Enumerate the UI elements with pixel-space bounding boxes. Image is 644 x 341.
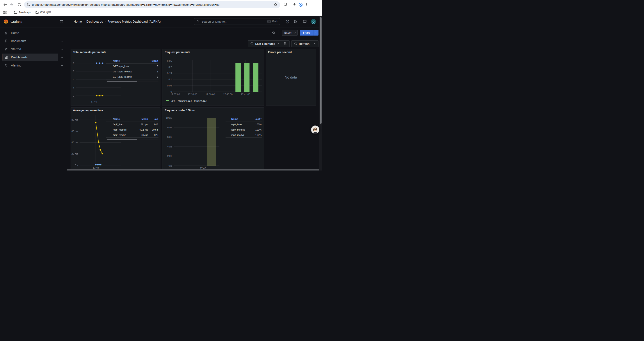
chevron-down-icon[interactable] <box>61 56 63 58</box>
bookmark-folder-freeleaps[interactable]: Freeleaps <box>12 10 33 15</box>
legend-col[interactable]: Mean <box>146 60 158 62</box>
sidebar-item-bookmarks[interactable]: Bookmarks <box>2 37 58 45</box>
url-text[interactable]: grafana.mathmast.com/d/deytv4rwavabkb/fr… <box>32 3 272 6</box>
panel-title[interactable]: Total requests per minute <box>73 51 106 54</box>
svg-text:6: 6 <box>73 62 74 65</box>
search-input[interactable]: Search or jump to... ⌘+k <box>194 18 280 25</box>
zoom-out-button[interactable] <box>281 40 290 47</box>
share-menu-button[interactable] <box>313 30 318 36</box>
svg-text:0 s: 0 s <box>75 164 78 167</box>
bookmark-star-icon[interactable] <box>274 3 278 7</box>
refresh-button[interactable]: Refresh <box>291 40 312 47</box>
scrollbar-thumb[interactable] <box>320 17 322 124</box>
svg-text:20%: 20% <box>167 155 172 157</box>
chevron-down-icon[interactable] <box>61 40 63 42</box>
series-mean: Mean: 0.233 <box>178 99 192 102</box>
sidebar-item-alerting[interactable]: Alerting <box>2 62 58 69</box>
downloads-button[interactable] <box>291 2 298 8</box>
forward-button[interactable] <box>8 2 14 8</box>
legend-row[interactable]: /api/_livez100% <box>226 122 262 127</box>
series-max: Max: 0.233 <box>194 99 207 102</box>
bookmark-folder-blog[interactable]: 收藏博客 <box>34 10 53 15</box>
legend-col[interactable]: Last * <box>250 118 262 120</box>
legend-row[interactable]: /api/_metrics40.1 ms20.5 r <box>106 127 158 132</box>
panel-requests-under-100ms[interactable]: Requests under 100ms 100%80%60%40%20%0%1… <box>162 107 264 171</box>
menu-button[interactable] <box>304 2 310 8</box>
help-button[interactable]: ? <box>284 19 290 24</box>
legend-col[interactable]: Mean <box>136 118 148 120</box>
download-icon <box>292 3 296 7</box>
legend-col[interactable]: Las <box>148 118 158 120</box>
legend-row[interactable]: GET /api/_metrics2 <box>106 69 158 74</box>
legend-row[interactable]: GET /api/_livez6 <box>106 63 158 69</box>
series-name[interactable]: GET /api/_livez <box>113 65 146 68</box>
legend-col-name[interactable]: Name <box>113 118 136 120</box>
profile-button[interactable] <box>298 2 304 8</box>
breadcrumb-item[interactable]: Home <box>74 20 82 23</box>
svg-text:0.15: 0.15 <box>167 72 172 75</box>
panel-errors-per-second[interactable]: Errors per second No data <box>266 49 316 106</box>
series-name[interactable]: /api/_metrics <box>231 128 250 131</box>
breadcrumb: Home›Dashboards›Freeleaps Metrics Dashbo… <box>74 20 161 23</box>
url-bar[interactable]: grafana.mathmast.com/d/deytv4rwavabkb/fr… <box>24 1 280 8</box>
series-name[interactable]: GET /api/_metrics <box>113 70 146 73</box>
chevron-down-icon[interactable] <box>61 48 63 50</box>
series-value: 40.1 ms <box>136 128 148 131</box>
search-placeholder: Search or jump to... <box>202 20 265 23</box>
export-button[interactable]: Export <box>282 30 298 36</box>
legend-col-name[interactable]: Name <box>231 118 250 120</box>
site-settings-icon[interactable] <box>27 3 30 6</box>
series-name[interactable]: /api/_livez <box>113 123 136 126</box>
refresh-interval-button[interactable] <box>312 40 318 47</box>
sidebar-item-dashboards[interactable]: Dashboards <box>2 54 58 61</box>
legend-scrollbar-thumb[interactable] <box>107 139 137 140</box>
panel-average-response-time[interactable]: Average response time 80 ms60 ms40 ms20 … <box>70 107 160 171</box>
legend-row[interactable]: /api/_readyz605 µs620 <box>106 132 158 137</box>
share-button[interactable]: Share <box>300 30 313 36</box>
panel-title[interactable]: Requests under 100ms <box>164 109 195 112</box>
search-shortcut: ⌘+k <box>267 20 278 23</box>
legend-scrollbar[interactable] <box>106 81 158 82</box>
sidebar-item-home[interactable]: Home <box>2 29 58 37</box>
assistant-avatar-button[interactable] <box>311 126 319 134</box>
series-name[interactable]: GET /api/_readyz <box>113 76 146 78</box>
legend[interactable]: 2xx Mean: 0.233 Max: 0.233 <box>166 99 207 102</box>
series-name[interactable]: /api/_livez <box>231 123 250 126</box>
time-range-picker[interactable]: Last 5 minutes <box>248 40 281 47</box>
news-button[interactable] <box>293 19 298 24</box>
sidebar-item-label: Dashboards <box>11 56 28 59</box>
panel-title[interactable]: Request per minute <box>164 51 190 54</box>
breadcrumb-item[interactable]: Freeleaps Metrics Dashboard (ALPHA) <box>108 20 161 23</box>
page-scrollbar[interactable] <box>319 16 322 171</box>
legend-scrollbar[interactable] <box>106 139 158 140</box>
horizontal-scrollbar[interactable] <box>67 169 322 171</box>
kebab-menu-icon <box>305 3 309 7</box>
dock-menu-icon[interactable] <box>60 20 63 24</box>
series-name[interactable]: /api/_metrics <box>113 128 136 131</box>
legend-row[interactable]: GET /api/_readyz6 <box>106 74 158 79</box>
legend-header: NameMeanLas <box>106 116 158 122</box>
sidebar-item-starred[interactable]: Starred <box>2 46 58 53</box>
reload-button[interactable] <box>16 2 22 8</box>
breadcrumb-separator: › <box>82 20 86 23</box>
extensions-button[interactable] <box>282 2 288 8</box>
panel-request-per-minute[interactable]: Request per minute 0.250.20.150.10.05017… <box>162 49 264 106</box>
svg-text:?: ? <box>287 21 288 23</box>
legend-scrollbar-thumb[interactable] <box>107 81 137 82</box>
back-button[interactable] <box>2 2 8 8</box>
breadcrumb-item[interactable]: Dashboards <box>86 20 103 23</box>
legend-col-name[interactable]: Name <box>113 60 146 62</box>
legend-row[interactable]: /api/_metrics100% <box>226 127 262 132</box>
panel-total-requests[interactable]: Total requests per minute 6543217:40 Nam… <box>70 49 160 106</box>
favorite-star-icon[interactable] <box>272 31 276 35</box>
legend-row[interactable]: /api/_readyz100% <box>226 132 262 137</box>
screens-button[interactable] <box>302 19 308 24</box>
series-name[interactable]: /api/_readyz <box>231 134 250 136</box>
apps-grid-button[interactable] <box>2 10 8 15</box>
chevron-down-icon[interactable] <box>61 64 63 66</box>
legend-row[interactable]: /api/_livez661 µs646 <box>106 122 158 127</box>
series-name[interactable]: /api/_readyz <box>113 134 136 136</box>
sidebar: Grafana HomeBookmarksStarredDashboardsAl… <box>0 16 67 171</box>
panel-title[interactable]: Average response time <box>73 109 103 112</box>
user-avatar[interactable] <box>311 19 316 24</box>
